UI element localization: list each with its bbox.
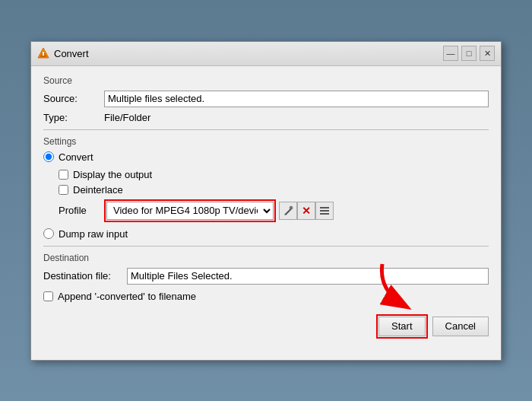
destination-section-label: Destination bbox=[43, 253, 489, 263]
vlc-icon bbox=[37, 47, 49, 59]
bottom-buttons: Start Cancel bbox=[43, 314, 489, 339]
dialog-body: Source Source: Type: File/Folder Setting… bbox=[31, 66, 501, 351]
svg-point-4 bbox=[290, 206, 293, 209]
append-label: Append '-converted' to filename bbox=[58, 291, 196, 302]
profile-select[interactable]: Video for MPEG4 1080p TV/device Video fo… bbox=[106, 202, 274, 220]
dump-raw-radio[interactable] bbox=[43, 228, 54, 239]
display-output-row: Display the output bbox=[59, 169, 489, 180]
type-value: File/Folder bbox=[104, 112, 150, 123]
settings-section-label: Settings bbox=[43, 136, 489, 147]
dump-raw-label: Dump raw input bbox=[59, 228, 128, 240]
profile-list-button[interactable] bbox=[315, 202, 334, 220]
dump-raw-row: Dump raw input bbox=[43, 228, 489, 240]
maximize-button[interactable]: □ bbox=[461, 46, 477, 61]
deinterlace-row: Deinterlace bbox=[59, 184, 489, 196]
svg-rect-6 bbox=[320, 210, 329, 212]
delete-icon: ✕ bbox=[302, 205, 311, 217]
settings-section: Settings Convert Display the output Dein… bbox=[43, 136, 489, 240]
divider-1 bbox=[43, 129, 489, 130]
source-section-label: Source bbox=[43, 75, 489, 86]
convert-radio[interactable] bbox=[43, 151, 54, 162]
start-button-wrapper: Start bbox=[376, 314, 427, 339]
type-field-row: Type: File/Folder bbox=[43, 112, 489, 123]
profile-label: Profile bbox=[59, 205, 104, 216]
minimize-button[interactable]: — bbox=[443, 46, 458, 61]
title-buttons: — □ ✕ bbox=[443, 46, 495, 61]
list-icon bbox=[319, 205, 330, 216]
convert-radio-label: Convert bbox=[59, 151, 93, 163]
dest-file-row: Destination file: bbox=[43, 268, 489, 285]
source-field-row: Source: bbox=[43, 91, 489, 107]
profile-select-wrapper: Video for MPEG4 1080p TV/device Video fo… bbox=[104, 199, 276, 222]
svg-rect-5 bbox=[320, 207, 329, 208]
profile-delete-button[interactable]: ✕ bbox=[297, 202, 315, 220]
title-bar-left: Convert bbox=[37, 47, 89, 59]
convert-dialog: Convert — □ ✕ Source Source: Type: File/… bbox=[30, 41, 502, 361]
close-button[interactable]: ✕ bbox=[480, 46, 495, 61]
display-output-checkbox[interactable] bbox=[59, 170, 68, 180]
append-checkbox[interactable] bbox=[43, 291, 53, 301]
cancel-button[interactable]: Cancel bbox=[432, 317, 489, 336]
start-button[interactable]: Start bbox=[378, 317, 425, 336]
divider-2 bbox=[43, 246, 489, 247]
wrench-icon bbox=[283, 205, 293, 216]
destination-section: Destination Destination file: Append '-c… bbox=[43, 253, 489, 302]
deinterlace-label: Deinterlace bbox=[73, 184, 123, 196]
dest-file-input[interactable] bbox=[127, 268, 489, 285]
deinterlace-checkbox[interactable] bbox=[59, 185, 68, 195]
dest-file-label: Destination file: bbox=[43, 270, 127, 282]
source-input[interactable] bbox=[104, 91, 489, 107]
append-row: Append '-converted' to filename bbox=[43, 291, 489, 302]
svg-rect-7 bbox=[320, 213, 329, 215]
source-section: Source Source: Type: File/Folder bbox=[43, 75, 489, 123]
profile-edit-button[interactable] bbox=[279, 202, 297, 220]
dialog-title: Convert bbox=[54, 48, 89, 59]
profile-row: Profile Video for MPEG4 1080p TV/device … bbox=[59, 199, 489, 222]
svg-rect-3 bbox=[43, 52, 44, 53]
display-output-label: Display the output bbox=[73, 169, 152, 180]
type-label: Type: bbox=[43, 112, 104, 123]
convert-radio-row: Convert bbox=[43, 151, 489, 163]
svg-rect-2 bbox=[43, 53, 44, 56]
title-bar: Convert — □ ✕ bbox=[31, 42, 501, 66]
source-label: Source: bbox=[43, 93, 104, 104]
